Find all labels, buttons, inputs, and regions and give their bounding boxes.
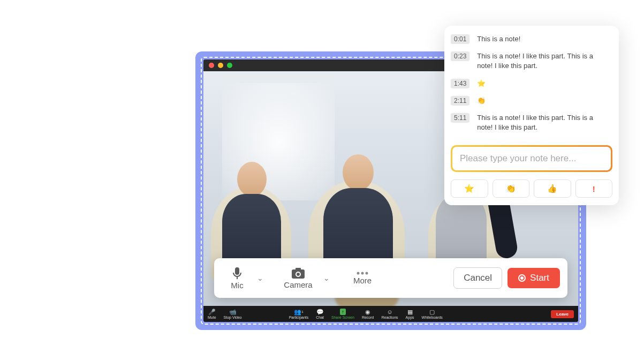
- mic-chevron-icon[interactable]: ⌄: [253, 274, 268, 282]
- note-timestamp[interactable]: 1:43: [451, 79, 469, 88]
- start-button[interactable]: Start: [507, 268, 560, 288]
- zoom-mute-button[interactable]: 🎤 Mute: [208, 309, 216, 319]
- zoom-record-button[interactable]: ◉ Record: [362, 309, 374, 319]
- note-row: 2:11 👏: [451, 96, 609, 106]
- note-text: This is a note!: [477, 34, 609, 44]
- svg-point-8: [366, 272, 368, 274]
- record-icon: ◉: [365, 309, 370, 315]
- mic-control[interactable]: Mic: [222, 267, 253, 290]
- minimize-window-button[interactable]: [218, 63, 223, 68]
- svg-point-5: [297, 273, 300, 276]
- mic-icon: 🎤: [208, 309, 216, 315]
- reaction-buttons: ⭐ 👏 👍 !: [451, 179, 612, 198]
- svg-rect-0: [235, 267, 239, 275]
- whiteboard-icon: ▢: [429, 309, 435, 315]
- recording-toolbar: Mic ⌄ Camera ⌄ More Cancel: [214, 258, 567, 298]
- zoom-whiteboards-button[interactable]: ▢ Whiteboards: [422, 309, 443, 319]
- reaction-star-button[interactable]: ⭐: [451, 179, 488, 198]
- notes-panel: 0:01 This is a note! 0:23 This is a note…: [444, 26, 619, 205]
- reaction-thumbsup-button[interactable]: 👍: [534, 179, 571, 198]
- svg-point-7: [361, 272, 364, 274]
- record-icon: [518, 274, 526, 282]
- reactions-icon: ☺: [387, 309, 392, 315]
- note-timestamp[interactable]: 5:11: [451, 113, 469, 123]
- more-control[interactable]: More: [347, 272, 378, 285]
- mic-label: Mic: [231, 281, 243, 290]
- zoom-stop-video-button[interactable]: 📹 Stop Video: [224, 309, 242, 319]
- zoom-apps-button[interactable]: ▦ Apps: [406, 309, 414, 319]
- camera-icon: [291, 267, 305, 279]
- start-label: Start: [530, 273, 549, 283]
- mic-icon: [232, 267, 243, 280]
- camera-control[interactable]: Camera: [277, 267, 319, 289]
- zoom-controls-bar: 🎤 Mute 📹 Stop Video 👥1 Participants 💬 Ch…: [203, 306, 578, 322]
- note-row: 0:01 This is a note!: [451, 34, 609, 44]
- note-row: 1:43 ⭐: [451, 79, 609, 88]
- note-text: ⭐: [477, 79, 609, 88]
- note-text: This is a note! I like this part. This i…: [477, 51, 609, 71]
- note-timestamp[interactable]: 2:11: [451, 96, 469, 106]
- camera-label: Camera: [284, 280, 312, 289]
- chat-icon: 💬: [316, 309, 324, 315]
- zoom-participants-button[interactable]: 👥1 Participants: [289, 309, 309, 319]
- zoom-reactions-button[interactable]: ☺ Reactions: [381, 309, 398, 319]
- note-input-container: [451, 145, 612, 172]
- zoom-share-screen-button[interactable]: ↑ Share Screen: [331, 309, 354, 319]
- notes-list[interactable]: 0:01 This is a note! 0:23 This is a note…: [451, 34, 612, 140]
- reaction-clap-button[interactable]: 👏: [493, 179, 530, 198]
- note-timestamp[interactable]: 0:23: [451, 51, 469, 61]
- share-icon: ↑: [340, 309, 346, 315]
- apps-icon: ▦: [407, 309, 413, 315]
- note-text: 👏: [477, 96, 609, 106]
- participants-icon: 👥1: [294, 309, 303, 315]
- svg-point-6: [357, 272, 360, 274]
- svg-rect-3: [296, 268, 301, 271]
- maximize-window-button[interactable]: [227, 63, 232, 68]
- close-window-button[interactable]: [209, 63, 214, 68]
- zoom-chat-button[interactable]: 💬 Chat: [316, 309, 324, 319]
- note-timestamp[interactable]: 0:01: [451, 34, 469, 44]
- note-text: This is a note! I like this part. This i…: [477, 113, 609, 132]
- more-label: More: [353, 276, 372, 285]
- more-icon: [356, 272, 369, 275]
- camera-chevron-icon[interactable]: ⌄: [319, 274, 334, 282]
- reaction-exclaim-button[interactable]: !: [575, 179, 613, 198]
- zoom-leave-button[interactable]: Leave: [551, 310, 574, 318]
- note-input[interactable]: [452, 147, 611, 170]
- note-row: 5:11 This is a note! I like this part. T…: [451, 113, 609, 132]
- note-row: 0:23 This is a note! I like this part. T…: [451, 51, 609, 71]
- video-icon: 📹: [229, 309, 237, 315]
- cancel-button[interactable]: Cancel: [453, 267, 502, 289]
